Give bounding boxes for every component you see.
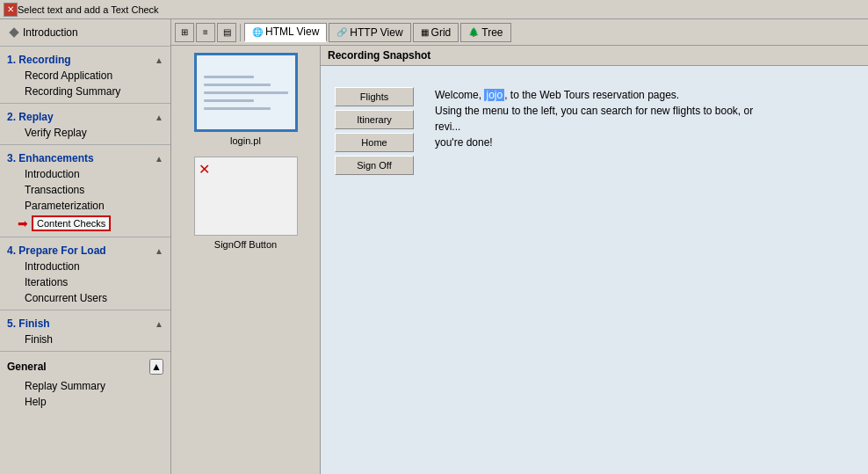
sidebar-item-transactions[interactable]: Transactions: [0, 182, 170, 198]
thumb-line-5: [204, 107, 271, 110]
home-button[interactable]: Home: [335, 133, 414, 152]
thumbnail-login-label: login.pl: [230, 135, 261, 146]
section-prepare-header[interactable]: 4. Prepare For Load ▲: [0, 241, 170, 259]
section-recording-collapse[interactable]: ▲: [155, 55, 163, 65]
intro-label: Introduction: [23, 26, 78, 39]
html-panel: Recording Snapshot Flights Itinerary Hom…: [321, 46, 868, 474]
sidebar-item-introduction[interactable]: Introduction: [0, 23, 170, 42]
thumbnail-login: login.pl: [178, 53, 313, 146]
divider-5: [0, 310, 170, 310]
thumbnail-login-frame[interactable]: [194, 53, 298, 132]
http-view-button[interactable]: 🔗 HTTP View: [329, 23, 410, 42]
broken-image-icon: ✕: [199, 161, 210, 178]
section-replay-collapse[interactable]: ▲: [155, 113, 163, 122]
sidebar-item-record-application[interactable]: Record Application: [0, 68, 170, 84]
top-bar-title: Select text and add a Text Check: [18, 4, 864, 15]
thumbnails-panel: login.pl ✕ SignOff Button: [171, 46, 321, 474]
section-finish-header[interactable]: 5. Finish ▲: [0, 314, 170, 332]
section-enhancements-header[interactable]: 3. Enhancements ▲: [0, 149, 170, 166]
sidebar-item-concurrent-users[interactable]: Concurrent Users: [0, 290, 170, 306]
thumbnail-signoff-label: SignOff Button: [214, 239, 277, 250]
snapshot-header: Recording Snapshot: [321, 46, 868, 66]
signoff-button[interactable]: Sign Off: [335, 156, 414, 175]
section-enhancements-collapse[interactable]: ▲: [155, 154, 163, 164]
itinerary-button[interactable]: Itinerary: [335, 110, 414, 129]
content-checks-label: Content Checks: [32, 215, 111, 231]
general-collapse[interactable]: ▲: [149, 359, 163, 375]
snapshot-content: Flights Itinerary Home Sign Off Welcome,…: [321, 66, 868, 474]
thumb-lines: [197, 69, 295, 117]
top-bar: ✕ Select text and add a Text Check: [0, 0, 868, 19]
thumb-line-1: [204, 76, 255, 78]
welcome-highlight: jojo: [484, 89, 504, 101]
sidebar-item-verify-replay[interactable]: Verify Replay: [0, 125, 170, 141]
sidebar-item-intro-prepare[interactable]: Introduction: [0, 259, 170, 274]
sidebar-item-parameterization[interactable]: Parameterization: [0, 198, 170, 214]
html-icon: 🌐: [252, 27, 263, 37]
http-icon: 🔗: [336, 27, 347, 37]
diamond-icon: [9, 27, 18, 37]
general-header[interactable]: General ▲: [0, 355, 170, 378]
sidebar-item-help[interactable]: Help: [0, 394, 170, 410]
content-area: login.pl ✕ SignOff Button Recording Snap…: [171, 46, 868, 474]
welcome-text-2: , to the Web Tours reservation pages.: [504, 89, 679, 101]
welcome-text-1: Welcome,: [435, 89, 484, 101]
tree-button[interactable]: 🌲 Tree: [460, 23, 510, 42]
toolbar: ⊞ ≡ ▤ 🌐 HTML View 🔗 HTTP View ▦ Grid 🌲 T…: [171, 19, 868, 46]
tree-icon: 🌲: [468, 27, 479, 37]
sidebar-item-replay-summary[interactable]: Replay Summary: [0, 378, 170, 394]
thumb-line-4: [204, 99, 255, 102]
arrow-icon: ➡: [18, 216, 28, 230]
section-recording-header[interactable]: 1. Recording ▲: [0, 50, 170, 68]
thumb-line-2: [204, 84, 271, 86]
sidebar-item-intro-enhancements[interactable]: Introduction: [0, 166, 170, 182]
html-view-button[interactable]: 🌐 HTML View: [244, 23, 327, 42]
grid-icon: ▦: [421, 27, 429, 37]
section-prepare-label: 4. Prepare For Load: [7, 244, 106, 257]
welcome-text-3: Using the menu to the left, you can sear…: [435, 105, 753, 133]
main-area: Introduction 1. Recording ▲ Record Appli…: [0, 19, 868, 474]
toolbar-sep-1: [240, 24, 241, 41]
toolbar-icon-1[interactable]: ⊞: [175, 23, 194, 42]
sidebar-item-finish[interactable]: Finish: [0, 332, 170, 347]
right-panel: ⊞ ≡ ▤ 🌐 HTML View 🔗 HTTP View ▦ Grid 🌲 T…: [171, 19, 868, 474]
thumb-line-3: [204, 91, 288, 94]
section-enhancements-label: 3. Enhancements: [7, 152, 94, 164]
thumbnail-signoff-frame[interactable]: ✕: [194, 157, 298, 236]
divider-2: [0, 103, 170, 104]
section-recording-label: 1. Recording: [7, 54, 71, 66]
divider-1: [0, 46, 170, 47]
welcome-text: Welcome, jojo, to the Web Tours reservat…: [435, 87, 769, 150]
grid-button[interactable]: ▦ Grid: [413, 23, 459, 42]
toolbar-icon-2[interactable]: ≡: [196, 23, 215, 42]
sidebar-item-content-checks[interactable]: ➡ Content Checks: [0, 214, 170, 233]
section-finish-label: 5. Finish: [7, 317, 50, 330]
section-finish-collapse[interactable]: ▲: [155, 319, 163, 329]
section-prepare-collapse[interactable]: ▲: [155, 246, 163, 256]
section-replay-label: 2. Replay: [7, 111, 54, 123]
toolbar-icon-3[interactable]: ▤: [217, 23, 236, 42]
sidebar-item-recording-summary[interactable]: Recording Summary: [0, 84, 170, 99]
welcome-text-4: you're done!: [435, 136, 493, 149]
close-button[interactable]: ✕: [4, 3, 18, 17]
divider-6: [0, 351, 170, 352]
sidebar-item-iterations[interactable]: Iterations: [0, 274, 170, 290]
nav-buttons-container: Flights Itinerary Home Sign Off: [335, 87, 414, 175]
flights-button[interactable]: Flights: [335, 87, 414, 106]
section-replay-header[interactable]: 2. Replay ▲: [0, 107, 170, 125]
divider-3: [0, 144, 170, 145]
divider-4: [0, 237, 170, 237]
thumbnail-signoff: ✕ SignOff Button: [178, 157, 313, 250]
sidebar: Introduction 1. Recording ▲ Record Appli…: [0, 19, 171, 474]
